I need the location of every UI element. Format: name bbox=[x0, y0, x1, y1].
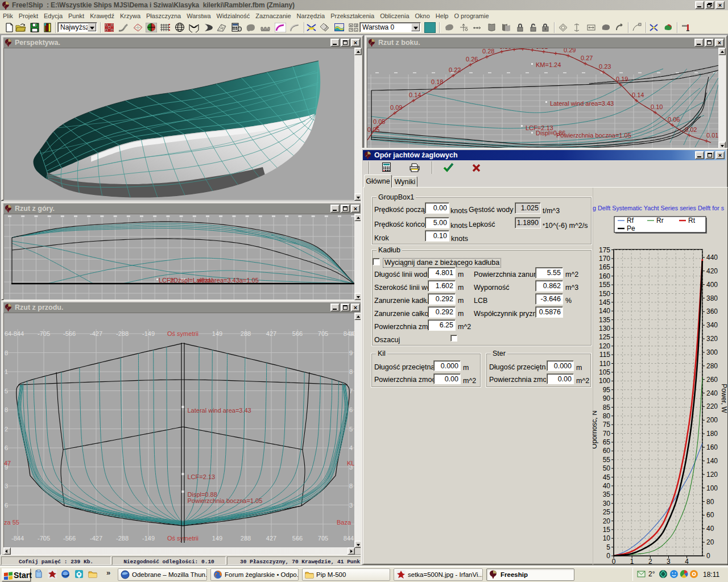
svg-text:5: 5 bbox=[5, 388, 8, 394]
svg-text:140: 140 bbox=[706, 457, 718, 465]
svg-text:130: 130 bbox=[599, 325, 610, 332]
svg-text:8: 8 bbox=[349, 368, 353, 375]
svg-text:75: 75 bbox=[603, 421, 611, 429]
svg-text:180: 180 bbox=[706, 430, 718, 438]
svg-text:Rf: Rf bbox=[627, 217, 634, 225]
svg-text:0.22: 0.22 bbox=[449, 66, 461, 73]
svg-text:60: 60 bbox=[706, 511, 714, 519]
svg-text:5: 5 bbox=[349, 426, 353, 433]
svg-text:100: 100 bbox=[599, 377, 610, 385]
svg-text:LCF=2.13: LCF=2.13 bbox=[188, 473, 216, 480]
svg-text:-288: -288 bbox=[116, 535, 129, 542]
svg-text:427: 427 bbox=[266, 330, 276, 337]
svg-text:125: 125 bbox=[599, 333, 610, 341]
svg-text:110: 110 bbox=[599, 360, 610, 368]
svg-text:Oś symetrii: Oś symetrii bbox=[167, 535, 198, 542]
svg-text:50: 50 bbox=[603, 464, 611, 472]
svg-text:65: 65 bbox=[603, 438, 611, 446]
svg-text:47: 47 bbox=[4, 460, 11, 467]
svg-text:340: 340 bbox=[706, 321, 718, 329]
svg-text:220: 220 bbox=[706, 402, 718, 410]
svg-text:45: 45 bbox=[603, 473, 611, 481]
svg-text:Baza: Baza bbox=[337, 519, 351, 526]
svg-text:2: 2 bbox=[648, 558, 652, 565]
svg-text:85: 85 bbox=[603, 404, 611, 411]
svg-text:566: 566 bbox=[292, 535, 303, 542]
svg-text:844: 844 bbox=[344, 535, 354, 542]
svg-text:360: 360 bbox=[706, 307, 718, 315]
svg-text:170: 170 bbox=[599, 255, 610, 263]
svg-text:420: 420 bbox=[706, 267, 718, 275]
svg-text:155: 155 bbox=[599, 281, 610, 289]
svg-text:4: 4 bbox=[349, 444, 353, 451]
svg-text:-705: -705 bbox=[38, 330, 50, 337]
svg-text:165: 165 bbox=[599, 263, 610, 271]
svg-text:0.14: 0.14 bbox=[632, 92, 644, 98]
svg-text:Lateral wind area=3.43: Lateral wind area=3.43 bbox=[550, 100, 614, 107]
svg-text:440: 440 bbox=[706, 253, 718, 261]
svg-text:705: 705 bbox=[318, 535, 328, 542]
svg-text:10: 10 bbox=[603, 534, 611, 542]
svg-text:160: 160 bbox=[599, 272, 610, 280]
svg-text:0.27: 0.27 bbox=[581, 55, 593, 61]
svg-text:280: 280 bbox=[706, 362, 718, 370]
svg-text:105: 105 bbox=[599, 368, 610, 376]
svg-text:6: 6 bbox=[5, 502, 8, 509]
svg-text:-427: -427 bbox=[90, 330, 102, 337]
svg-text:0.05: 0.05 bbox=[367, 126, 379, 133]
svg-text:30: 30 bbox=[603, 500, 611, 508]
svg-text:2: 2 bbox=[5, 426, 8, 433]
svg-text:-149: -149 bbox=[142, 330, 155, 337]
svg-text:0.23: 0.23 bbox=[599, 63, 611, 70]
svg-text:g Delft Systematic Yacht Serie: g Delft Systematic Yacht Series series D… bbox=[593, 205, 725, 211]
svg-text:427: 427 bbox=[266, 535, 276, 542]
svg-text:Power, W: Power, W bbox=[720, 384, 728, 413]
svg-text:KL: KL bbox=[347, 460, 354, 467]
svg-text:0.30: 0.30 bbox=[499, 48, 511, 50]
svg-text:140: 140 bbox=[599, 307, 610, 315]
svg-text:Pe: Pe bbox=[627, 225, 635, 232]
svg-text:3: 3 bbox=[667, 558, 671, 565]
svg-text:3: 3 bbox=[349, 502, 353, 509]
svg-text:80: 80 bbox=[706, 498, 714, 506]
svg-text:175: 175 bbox=[599, 246, 610, 254]
svg-text:566: 566 bbox=[292, 330, 303, 337]
svg-text:-844: -844 bbox=[11, 535, 24, 542]
svg-text:0.31: 0.31 bbox=[536, 48, 548, 50]
svg-text:Rt: Rt bbox=[688, 217, 696, 225]
svg-text:380: 380 bbox=[706, 294, 718, 302]
svg-text:-149: -149 bbox=[142, 535, 155, 542]
svg-text:8: 8 bbox=[5, 406, 8, 413]
svg-text:40: 40 bbox=[603, 482, 611, 490]
svg-text:4: 4 bbox=[685, 558, 689, 565]
svg-text:20: 20 bbox=[603, 517, 611, 525]
svg-text:1: 1 bbox=[630, 558, 634, 565]
svg-text:0: 0 bbox=[606, 552, 610, 560]
svg-text:KM=1.24: KM=1.24 bbox=[536, 61, 561, 68]
svg-text:288: 288 bbox=[241, 535, 251, 542]
svg-text:15: 15 bbox=[603, 526, 611, 534]
svg-text:0.29: 0.29 bbox=[564, 48, 576, 53]
svg-text:8: 8 bbox=[349, 483, 353, 489]
svg-text:705: 705 bbox=[318, 330, 328, 337]
svg-text:Rr: Rr bbox=[656, 217, 664, 225]
svg-text:0.06: 0.06 bbox=[668, 116, 680, 123]
svg-text:0.28: 0.28 bbox=[482, 48, 494, 55]
svg-text:149: 149 bbox=[212, 330, 222, 337]
svg-text:0.05: 0.05 bbox=[373, 118, 385, 125]
svg-text:40: 40 bbox=[706, 525, 714, 533]
svg-text:Powierzchnia boczna=1.05: Powierzchnia boczna=1.05 bbox=[188, 497, 263, 504]
svg-text:7: 7 bbox=[349, 388, 353, 394]
svg-text:60: 60 bbox=[603, 447, 611, 455]
svg-text:0.26: 0.26 bbox=[466, 56, 478, 63]
svg-text:145: 145 bbox=[599, 298, 610, 306]
svg-text:288: 288 bbox=[241, 330, 251, 337]
svg-text:6: 6 bbox=[349, 406, 353, 413]
svg-text:Powierzchnia boczna=1.05: Powierzchnia boczna=1.05 bbox=[556, 132, 631, 139]
svg-text:64: 64 bbox=[5, 330, 11, 337]
svg-text:1: 1 bbox=[5, 368, 8, 375]
svg-text:-566: -566 bbox=[63, 330, 76, 337]
svg-text:160: 160 bbox=[706, 443, 718, 451]
svg-text:6: 6 bbox=[5, 444, 8, 451]
svg-text:0: 0 bbox=[612, 558, 616, 565]
